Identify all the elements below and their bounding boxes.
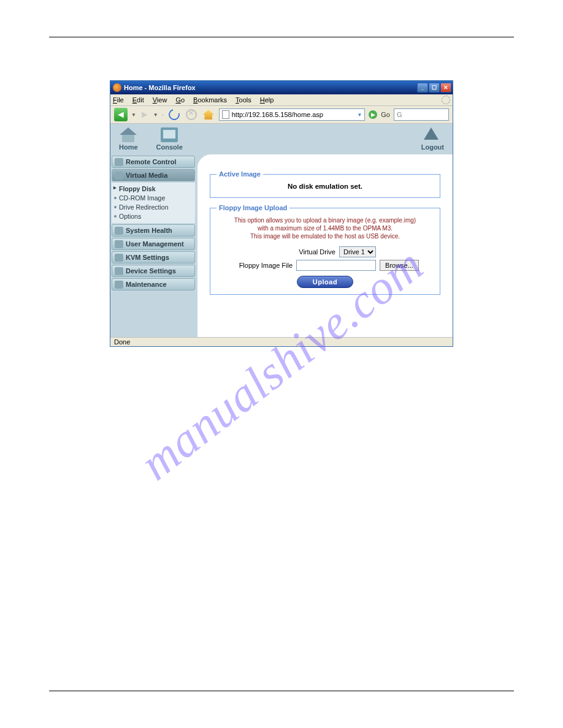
home-button[interactable] (202, 108, 215, 121)
browse-button[interactable]: Browse... (380, 260, 419, 271)
search-field[interactable]: G (394, 108, 449, 121)
upload-fieldset: Floppy Image Upload This option allows y… (210, 204, 440, 295)
screenshot: Home - Mozilla Firefox _ ☐ ✕ File Edit V… (110, 80, 453, 347)
bottom-rule (49, 691, 514, 691)
virtual-drive-select[interactable]: Drive 1 (339, 246, 376, 257)
minimize-button[interactable]: _ (417, 83, 428, 93)
sidebar-label: User Management (126, 240, 184, 248)
logout-icon (424, 127, 441, 142)
content-panel: Active Image No disk emulation set. Flop… (197, 154, 453, 337)
go-button[interactable]: ▶ (369, 110, 377, 119)
toolbar-logout[interactable]: Logout (421, 127, 444, 151)
menu-bookmarks[interactable]: Bookmarks (193, 96, 227, 104)
close-button[interactable]: ✕ (440, 83, 451, 93)
sidebar-kvm[interactable]: KVM Settings (112, 251, 195, 264)
browser-window: Home - Mozilla Firefox _ ☐ ✕ File Edit V… (110, 80, 453, 347)
menu-help[interactable]: Help (260, 96, 274, 104)
upload-button[interactable]: Upload (297, 276, 353, 288)
throbber-icon (442, 96, 450, 104)
sidebar-label: Maintenance (126, 281, 167, 288)
window-titlebar: Home - Mozilla Firefox _ ☐ ✕ (110, 81, 453, 94)
app-toolbar: Home Console Logout (110, 124, 453, 154)
sidebar-remote-control[interactable]: Remote Control (112, 156, 195, 168)
home-icon (203, 110, 214, 119)
sidebar-user-mgmt[interactable]: User Management (112, 238, 195, 250)
top-rule (49, 37, 514, 37)
active-image-fieldset: Active Image No disk emulation set. (210, 170, 440, 198)
reload-button[interactable] (167, 108, 181, 121)
sidebar-maint[interactable]: Maintenance (112, 278, 195, 290)
virtual-drive-label: Virtual Drive (274, 248, 335, 256)
sidebar-label: Virtual Media (126, 172, 167, 179)
subitem-floppy-disk[interactable]: Floppy Disk (112, 184, 195, 193)
subitem-cdrom[interactable]: CD-ROM Image (112, 193, 195, 202)
subitem-drive-redir[interactable]: Drive Redirection (112, 202, 195, 211)
console-icon (161, 127, 178, 142)
url-dropdown-icon[interactable]: ▼ (357, 112, 362, 118)
virtual-drive-row: Virtual Drive Drive 1 (216, 246, 434, 257)
sidebar-label: KVM Settings (126, 254, 169, 261)
menu-file[interactable]: File (113, 96, 124, 104)
sidebar-system-health[interactable]: System Health (112, 224, 195, 237)
file-input[interactable] (296, 260, 376, 271)
reload-icon (166, 107, 182, 123)
sidebar-label: Device Settings (126, 267, 176, 275)
sidebar-virtual-media[interactable]: Virtual Media (112, 169, 195, 181)
sidebar: Remote Control Virtual Media Floppy Disk… (110, 154, 197, 337)
active-image-legend: Active Image (216, 170, 263, 178)
menu-bar: File Edit View Go Bookmarks Tools Help (110, 94, 453, 106)
stop-icon (186, 109, 197, 120)
upload-description: This option allows you to upload a binar… (216, 216, 434, 240)
go-label: Go (381, 111, 390, 118)
upload-legend: Floppy Image Upload (216, 204, 289, 211)
app-main: Remote Control Virtual Media Floppy Disk… (110, 154, 453, 337)
back-button[interactable]: ◄ (114, 108, 128, 121)
maximize-button[interactable]: ☐ (429, 83, 440, 93)
forward-dropdown[interactable]: ▼ (153, 112, 158, 118)
stop-button[interactable] (185, 108, 198, 121)
toolbar-console[interactable]: Console (156, 127, 183, 151)
menu-view[interactable]: View (153, 96, 167, 104)
search-engine-icon: G (397, 111, 402, 118)
url-input[interactable] (232, 111, 355, 118)
file-label: Floppy Image File (231, 262, 293, 269)
app-body: Home Console Logout Remote Control Virtu… (110, 124, 453, 337)
address-bar[interactable]: ▼ (219, 108, 366, 121)
status-text: Done (114, 338, 130, 346)
toolbar-logout-label: Logout (421, 143, 444, 151)
home-app-icon (120, 127, 137, 142)
toolbar-home-label: Home (119, 143, 138, 151)
forward-button[interactable]: ► (140, 109, 150, 120)
toolbar-console-label: Console (156, 143, 183, 151)
status-bar: Done (110, 337, 453, 346)
back-dropdown[interactable]: ▼ (131, 112, 136, 118)
active-image-status: No disk emulation set. (216, 181, 434, 191)
nav-toolbar: ◄ ▼ ► ▼ · ▼ ▶ Go G (110, 106, 453, 124)
sidebar-device[interactable]: Device Settings (112, 265, 195, 277)
menu-edit[interactable]: Edit (132, 96, 144, 104)
firefox-icon (113, 83, 121, 92)
page-icon (222, 110, 229, 119)
subitem-options[interactable]: Options (112, 211, 195, 221)
sidebar-submenu: Floppy Disk CD-ROM Image Drive Redirecti… (112, 183, 195, 223)
sidebar-label: System Health (126, 227, 172, 234)
file-row: Floppy Image File Browse... (216, 260, 434, 271)
sidebar-label: Remote Control (126, 158, 177, 165)
menu-tools[interactable]: Tools (236, 96, 251, 104)
window-title: Home - Mozilla Firefox (124, 84, 417, 91)
menu-go[interactable]: Go (175, 96, 185, 104)
toolbar-home[interactable]: Home (119, 127, 138, 151)
